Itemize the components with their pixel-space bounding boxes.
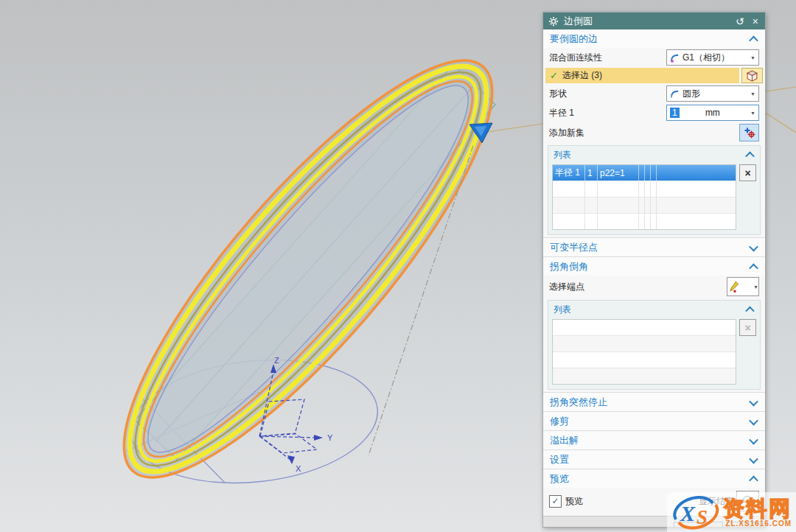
dropdown-arrow-icon: ▼ [750, 55, 755, 60]
table-row[interactable] [553, 368, 736, 384]
chevron-down-icon [749, 396, 758, 406]
section-corner-setback[interactable]: 拐角倒角 [543, 256, 765, 276]
watermark: X S 资料网 ZL.XS1616.COM [667, 492, 796, 532]
section-variable-radius[interactable]: 可变半径点 [543, 237, 765, 256]
check-icon: ✓ [550, 70, 558, 81]
radius-value: 1 [670, 108, 680, 118]
watermark-url: ZL.XS1616.COM [725, 519, 792, 528]
chevron-down-icon [749, 435, 758, 444]
watermark-logo: X S [668, 494, 723, 530]
axis-z-label: Z [274, 356, 279, 365]
close-icon[interactable]: × [751, 16, 760, 27]
checkbox-check-icon: ✓ [551, 496, 559, 506]
ring-solid [76, 17, 540, 521]
chevron-up-icon [745, 307, 755, 316]
table-row[interactable] [553, 352, 736, 368]
dropdown-arrow-icon: ▼ [750, 91, 755, 97]
table-row[interactable] [553, 197, 736, 214]
section-preview[interactable]: 预览 [543, 469, 765, 488]
table-row[interactable] [553, 336, 736, 352]
table-row-selected[interactable]: 半径 1 1 p22=1 [553, 165, 736, 181]
axis-x-label: X [296, 464, 301, 473]
reset-icon[interactable]: ↺ [734, 16, 746, 27]
dialog-title: 边倒圆 [564, 15, 729, 28]
radius-list-table: 半径 1 1 p22=1 [552, 164, 736, 230]
point-selector-icon[interactable]: ▼ [727, 277, 759, 296]
continuity-dropdown[interactable]: G1（相切） ▼ [666, 49, 759, 66]
continuity-fillet-icon [670, 53, 680, 63]
chevron-up-icon [749, 35, 758, 45]
edge-blend-dialog: 边倒圆 ↺ × 要倒圆的边 混合面连续性 G1（相切） ▼ [542, 12, 766, 528]
gear-icon [548, 16, 559, 27]
section-overflow[interactable]: 溢出解 [543, 430, 765, 449]
table-row[interactable] [553, 214, 736, 229]
select-endpoint-row: 选择端点 ▼ [543, 276, 765, 298]
setback-list-table [552, 319, 736, 385]
setback-list-group: 列表 × [548, 300, 761, 390]
shape-fillet-icon [670, 89, 680, 99]
section-edges-to-blend[interactable]: 要倒圆的边 [543, 29, 765, 48]
table-row[interactable] [553, 181, 736, 197]
continuity-row: 混合面连续性 G1（相切） ▼ [543, 48, 765, 67]
list-header[interactable]: 列表 [552, 301, 756, 319]
radius-row: 半径 1 1 mm ▼ [543, 103, 765, 122]
radius-input[interactable]: 1 mm ▼ [666, 105, 759, 121]
chevron-down-icon [749, 454, 758, 463]
delete-x-icon: × [739, 319, 756, 336]
section-trim[interactable]: 修剪 [543, 411, 765, 430]
dropdown-arrow-icon: ▼ [753, 284, 758, 290]
axis-y-label: Y [327, 433, 333, 442]
preview-checkbox[interactable]: ✓ [549, 495, 562, 508]
dropdown-arrow-icon[interactable]: ▼ [750, 111, 755, 116]
dialog-titlebar: 边倒圆 ↺ × [543, 13, 765, 29]
radius-list-group: 列表 半径 1 1 p22=1 [548, 145, 761, 235]
chevron-down-icon [749, 242, 758, 251]
section-stop-short[interactable]: 拐角突然停止 [543, 392, 765, 411]
radius-unit: mm [705, 108, 725, 118]
chevron-up-icon [749, 475, 758, 485]
add-new-set-icon[interactable] [739, 124, 759, 141]
list-header[interactable]: 列表 [552, 147, 756, 164]
chevron-up-icon [745, 152, 755, 161]
shape-dropdown[interactable]: 圆形 ▼ [666, 85, 759, 102]
delete-x-icon[interactable]: × [739, 164, 756, 181]
table-row[interactable] [553, 320, 736, 336]
svg-text:X: X [680, 501, 696, 525]
selection-scope-cube-icon[interactable] [741, 68, 763, 83]
shape-row: 形状 圆形 ▼ [543, 84, 765, 103]
chevron-up-icon [749, 263, 758, 273]
add-new-set-row: 添加新集 [543, 122, 765, 143]
section-settings[interactable]: 设置 [543, 449, 765, 469]
watermark-name: 资料网 [723, 497, 792, 519]
chevron-down-icon [749, 416, 758, 425]
svg-text:S: S [696, 506, 708, 528]
select-edge-bar[interactable]: ✓ 选择边 (3) [545, 68, 739, 83]
